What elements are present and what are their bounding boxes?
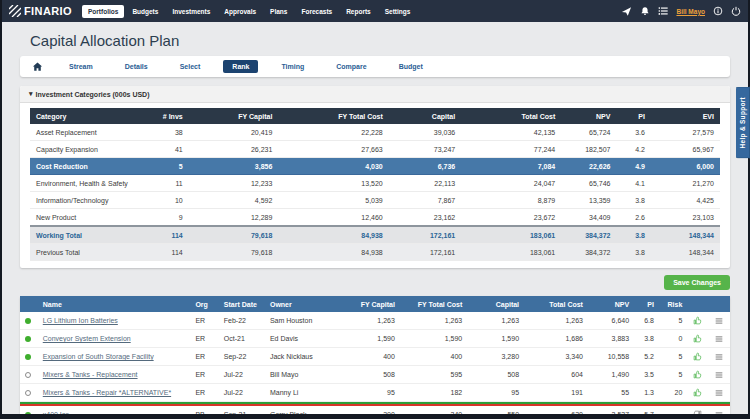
nav-item[interactable]: Budgets — [126, 5, 164, 18]
pi-cell: 5.7 — [634, 406, 659, 419]
pi-cell: 3.8 — [616, 226, 651, 244]
investment-row[interactable]: Conveyor System Extension ER Oct-21 Ed D… — [20, 330, 730, 348]
save-changes-button[interactable]: Save Changes — [664, 275, 730, 290]
category-row[interactable]: Cost Reduction 5 3,856 4,030 6,736 7,084… — [30, 158, 720, 175]
name-cell: Mixers & Tanks - Replacement — [38, 366, 191, 384]
fy-total-cost-cell: 340 — [400, 406, 467, 419]
row-menu-icon[interactable] — [715, 352, 723, 359]
view-tab[interactable]: Rank — [223, 60, 258, 73]
view-tab[interactable]: Budget — [390, 60, 432, 73]
name-cell: LG Lithium Ion Batteries — [38, 312, 191, 330]
send-icon[interactable] — [621, 6, 632, 17]
row-menu-icon[interactable] — [715, 388, 723, 395]
help-support-tab[interactable]: Help & Support — [736, 87, 750, 159]
col-npv[interactable]: NPV — [588, 296, 634, 312]
npv-cell: 65,724 — [561, 124, 616, 141]
col-fy-total-cost[interactable]: FY Total Cost — [400, 296, 467, 312]
nav-item[interactable]: Investments — [166, 5, 216, 18]
nav-item[interactable]: Portfolios — [82, 5, 124, 18]
category-row[interactable]: Information/Technology 10 4,592 5,039 7,… — [30, 192, 720, 209]
investment-name-link[interactable]: x400 Ice — [43, 411, 69, 418]
list-icon[interactable] — [658, 6, 668, 16]
nav-item[interactable]: Approvals — [218, 5, 262, 18]
row-menu-icon[interactable] — [715, 334, 723, 341]
col-owner[interactable]: Owner — [265, 296, 340, 312]
thumbs-up-icon[interactable] — [693, 316, 702, 323]
investment-row[interactable]: Mixers & Tanks - Repair *ALTERNATIVE* ER… — [20, 384, 730, 402]
fy-capital-cell: 20,419 — [189, 124, 279, 141]
row-menu-cell — [709, 312, 730, 330]
investment-row[interactable]: x400 Ice BB Sep-21 Gerry Black 300 340 5… — [20, 406, 730, 419]
category-name-cell: Previous Total — [30, 244, 147, 261]
category-row[interactable]: Environment, Health & Safety 11 12,233 1… — [30, 175, 720, 192]
home-icon[interactable] — [32, 61, 43, 72]
npv-cell: 6,640 — [588, 312, 634, 330]
view-tab[interactable]: Details — [116, 60, 157, 73]
col-total-cost[interactable]: Total Cost — [524, 296, 588, 312]
col-pi[interactable]: PI — [634, 296, 659, 312]
row-menu-icon[interactable] — [715, 410, 723, 417]
fy-total-cost-cell: 1,263 — [400, 312, 467, 330]
investment-row[interactable]: LG Lithium Ion Batteries ER Feb-22 Sam H… — [20, 312, 730, 330]
total-cost-cell: 183,061 — [461, 244, 561, 261]
panel-collapse-header[interactable]: ▾ Investment Categories (000s USD) — [20, 86, 730, 103]
investment-name-link[interactable]: Mixers & Tanks - Repair *ALTERNATIVE* — [43, 389, 171, 396]
investment-name-link[interactable]: LG Lithium Ion Batteries — [43, 317, 118, 324]
category-row[interactable]: Capacity Expansion 41 26,231 27,663 73,2… — [30, 141, 720, 158]
vote-cell — [687, 330, 708, 348]
thumbs-up-icon[interactable] — [693, 352, 702, 359]
fy-total-cost-cell: 84,938 — [278, 226, 388, 244]
investment-row[interactable]: Expansion of South Storage Facility ER S… — [20, 348, 730, 366]
evi-cell: 4,425 — [651, 192, 720, 209]
power-icon[interactable] — [731, 6, 741, 16]
view-tab[interactable]: Timing — [272, 60, 313, 73]
thumbs-up-icon[interactable] — [693, 388, 702, 395]
view-tab[interactable]: Compare — [327, 60, 375, 73]
fy-capital-cell: 79,618 — [189, 226, 279, 244]
col-risk[interactable]: Risk — [659, 296, 687, 312]
row-menu-icon[interactable] — [715, 316, 723, 323]
nav-item[interactable]: Plans — [264, 5, 293, 18]
npv-cell: 22,626 — [561, 158, 616, 175]
nav-item[interactable]: Settings — [379, 5, 417, 18]
nav-item[interactable]: Forecasts — [295, 5, 338, 18]
thumbs-down-icon[interactable] — [693, 410, 702, 417]
view-tab[interactable]: Stream — [60, 60, 102, 73]
owner-cell: Jack Nicklaus — [265, 348, 340, 366]
fy-total-cost-cell: 22,228 — [278, 124, 388, 141]
owner-cell: Gerry Black — [265, 406, 340, 419]
finario-logo[interactable]: FINARIO — [9, 5, 72, 17]
thumbs-up-icon[interactable] — [693, 370, 702, 377]
view-tabbar: Stream Details Select Rank Timing Compar… — [20, 56, 730, 77]
finario-logo-icon — [9, 5, 21, 17]
category-row[interactable]: Previous Total 114 79,618 84,938 172,161… — [30, 244, 720, 261]
capital-cell: 172,161 — [389, 226, 461, 244]
category-row[interactable]: Working Total 114 79,618 84,938 172,161 … — [30, 226, 720, 244]
pi-cell: 6.8 — [634, 312, 659, 330]
col-org[interactable]: Org — [190, 296, 218, 312]
investment-name-link[interactable]: Mixers & Tanks - Replacement — [43, 371, 138, 378]
info-icon[interactable] — [713, 6, 723, 16]
total-cost-cell: 1,263 — [524, 312, 588, 330]
bell-icon[interactable] — [640, 6, 650, 16]
col-fy-capital[interactable]: FY Capital — [339, 296, 399, 312]
capital-cell: 95 — [467, 384, 524, 402]
investment-name-link[interactable]: Expansion of South Storage Facility — [43, 353, 154, 360]
view-tab[interactable]: Select — [171, 60, 210, 73]
thumbs-up-icon[interactable] — [693, 334, 702, 341]
row-menu-icon[interactable] — [715, 370, 723, 377]
nav-item[interactable]: Reports — [340, 5, 377, 18]
col-start-date[interactable]: Start Date — [219, 296, 265, 312]
fy-capital-cell: 1,590 — [339, 330, 399, 348]
category-row[interactable]: Asset Replacement 38 20,419 22,228 39,03… — [30, 124, 720, 141]
investments-rank-card: Name Org Start Date Owner FY Capital FY … — [20, 296, 730, 419]
category-row[interactable]: New Product 9 12,289 12,460 23,162 23,67… — [30, 209, 720, 227]
col-invs: # Invs — [147, 108, 188, 124]
collapse-caret-icon: ▾ — [29, 90, 33, 98]
capital-cell: 3,280 — [467, 348, 524, 366]
investment-name-link[interactable]: Conveyor System Extension — [43, 335, 131, 342]
col-capital[interactable]: Capital — [467, 296, 524, 312]
user-link[interactable]: Bill Mayo — [676, 8, 705, 15]
col-name[interactable]: Name — [38, 296, 191, 312]
investment-row[interactable]: Mixers & Tanks - Replacement ER Jul-22 B… — [20, 366, 730, 384]
